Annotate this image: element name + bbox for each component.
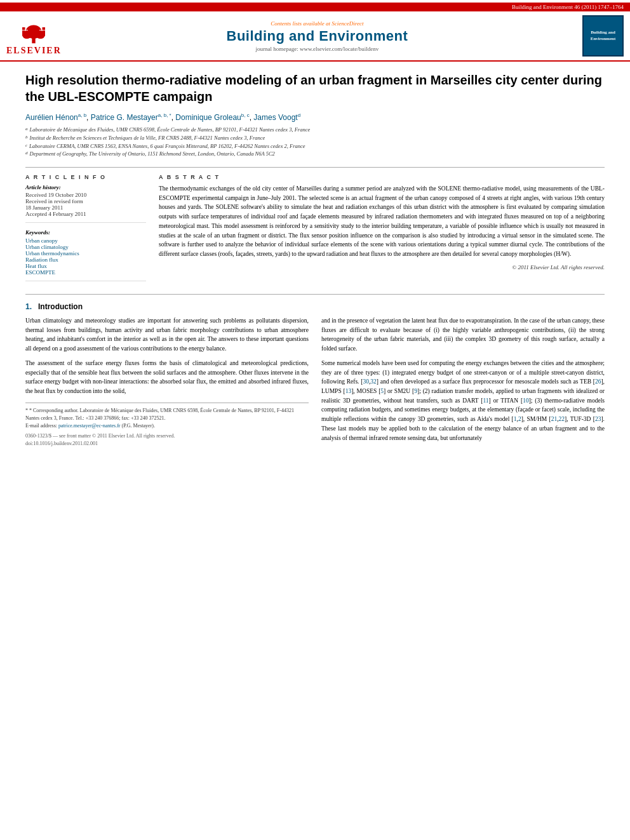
email-note: (P.G. Mestayer). [122,423,155,429]
elsevier-tree-icon [15,16,53,44]
abstract-label: A B S T R A C T [159,174,605,180]
issn-line: 0360-1323/$ — see front matter © 2011 El… [25,432,309,448]
keyword-4: Radiation flux [25,257,146,263]
article-info: A R T I C L E I N F O Article history: R… [25,174,146,288]
intro-para-1: Urban climatology and meteorology studie… [25,316,309,354]
sciencedirect-link: Contents lists available at ScienceDirec… [62,20,573,27]
keyword-1: Urban canopy [25,237,146,244]
issn-text: 0360-1323/$ — see front matter © 2011 El… [25,432,309,440]
journal-header: Building and Environment 46 (2011) 1747–… [0,0,630,62]
author-2: Patrice G. Mestayer [91,113,158,122]
affiliations: a Laboratoire de Mécanique des Fluides, … [25,126,605,158]
author-3: Dominique Groleau [175,113,241,122]
journal-right-logo: Building and Environment [573,15,624,57]
paper-title: High resolution thermo-radiative modelin… [25,72,605,105]
sciencedirect-name[interactable]: ScienceDirect [332,20,363,27]
article-history-block: Article history: Received 19 October 201… [25,184,146,223]
received-date: Received 19 October 2010 [25,192,146,198]
keywords-label: Keywords: [25,229,146,236]
journal-volume-info: Building and Environment 46 (2011) 1747–… [512,4,624,10]
ref-5[interactable]: 5 [380,388,384,394]
ref-32[interactable]: 32 [370,378,377,385]
journal-center-info: Contents lists available at ScienceDirec… [62,20,573,52]
intro-para-3: and in the presence of vegetation the la… [321,316,605,354]
doi-text: doi:10.1016/j.buildenv.2011.02.001 [25,440,309,448]
ref-10[interactable]: 10 [523,397,529,404]
intro-para-4: Some numerical models have been used for… [321,359,605,443]
intro-para-2: The assessment of the surface energy flu… [25,359,309,396]
copyright-notice: © 2011 Elsevier Ltd. All rights reserved… [159,264,605,270]
ref-26[interactable]: 26 [595,378,601,385]
section-1-heading: 1. Introduction [25,302,605,311]
journal-title-header: Building and Environment [62,28,573,44]
keywords-block: Keywords: Urban canopy Urban climatology… [25,229,146,281]
affiliation-a: a Laboratoire de Mécanique des Fluides, … [25,126,605,134]
ref-21[interactable]: 21 [551,416,558,422]
ref-1[interactable]: 1 [514,416,517,422]
ref-11[interactable]: 11 [483,397,488,404]
affiliation-c: c Laboratoire CERMA, UMR CNRS 1563, ENSA… [25,142,605,150]
email-address[interactable]: patrice.mestayer@ec-nantes.fr [58,423,121,429]
be-logo-line2: Environment [591,36,616,42]
ref-30[interactable]: 30 [363,378,369,385]
keyword-3: Urban thermodynamics [25,250,146,257]
author-1: Aurélien Hénon [25,113,78,122]
body-col-right: and in the presence of vegetation the la… [321,316,605,448]
journal-top-bar: Building and Environment 46 (2011) 1747–… [0,3,630,11]
authors-line: Aurélien Hénona, b, Patrice G. Mestayera… [25,112,605,122]
ref-9[interactable]: 9 [414,388,417,394]
abstract-text: The thermodynamic exchanges of the old c… [159,184,605,259]
ref-2[interactable]: 2 [518,416,521,422]
email-label: E-mail address: [25,423,57,429]
keyword-5: Heat flux [25,263,146,269]
affiliation-b: b Institut de Recherche en Sciences et T… [25,134,605,142]
footnote-email: E-mail address: patrice.mestayer@ec-nant… [25,422,309,430]
elsevier-logo: ELSEVIER [6,16,62,56]
section-number: 1. [25,302,32,311]
elsevier-wordmark: ELSEVIER [6,46,62,56]
footnote-star: * * Corresponding author. Laboratoire de… [25,407,309,422]
article-info-label: A R T I C L E I N F O [25,174,146,180]
be-logo-line1: Building and [591,30,615,36]
svg-rect-5 [43,27,46,36]
ref-23[interactable]: 23 [595,416,601,422]
affiliation-d: d Department of Geography, The Universit… [25,150,605,158]
footnote-star-text: * Corresponding author. Laboratoire de M… [25,408,294,421]
footnote-area: * * Corresponding author. Laboratoire de… [25,403,309,448]
contents-prefix: Contents lists available at [271,20,330,27]
be-logo-icon: Building and Environment [582,15,624,57]
ref-13[interactable]: 13 [345,388,352,394]
keyword-2: Urban climatology [25,244,146,250]
body-col-left: Urban climatology and meteorology studie… [25,316,309,448]
ref-22[interactable]: 22 [559,416,565,422]
revised-date: Received in revised form18 January 2011 [25,198,146,211]
info-abstract-section: A R T I C L E I N F O Article history: R… [25,167,605,288]
history-label: Article history: [25,184,146,190]
accepted-date: Accepted 4 February 2011 [25,211,146,217]
main-content: High resolution thermo-radiative modelin… [0,62,630,460]
journal-middle: ELSEVIER Contents lists available at Sci… [0,11,630,60]
abstract-section: A B S T R A C T The thermodynamic exchan… [159,174,605,288]
keyword-6: ESCOMPTE [25,269,146,276]
author-4: James Voogt [253,113,297,122]
body-two-col: Urban climatology and meteorology studie… [25,316,605,448]
journal-homepage: journal homepage: www.elsevier.com/locat… [62,46,573,52]
svg-rect-4 [22,27,25,36]
body-section: 1. Introduction Urban climatology and me… [25,294,605,448]
